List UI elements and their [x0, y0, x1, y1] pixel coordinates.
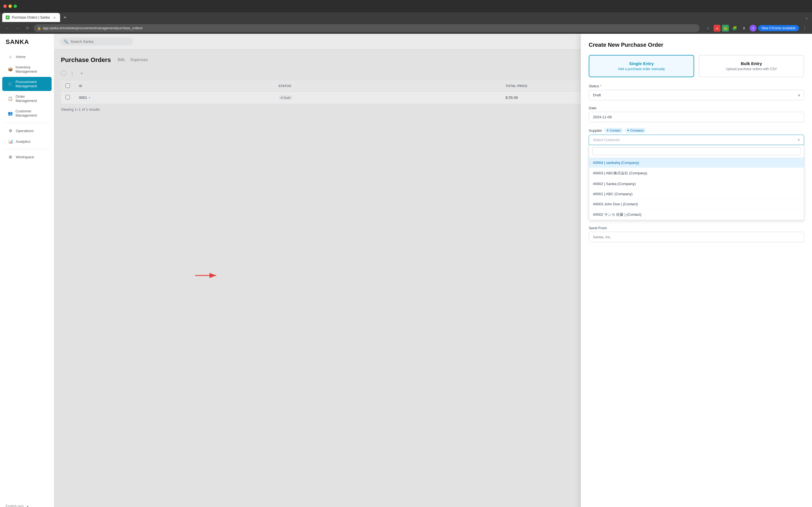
sidebar-item-label-procurement: Procurement Management — [15, 80, 46, 88]
dropdown-item-2[interactable]: #0003 | ABC株式会社 (Company) — [589, 168, 804, 179]
required-star: * — [600, 84, 602, 88]
dropdown-search — [589, 145, 804, 158]
sidebar-bottom: English (en) ▲ About Terms Privacy — [0, 502, 54, 507]
profile-avatar[interactable]: I — [750, 25, 756, 32]
arrow-svg — [195, 271, 220, 280]
bulk-entry-subtitle: Upload purchase orders with CSV — [705, 67, 798, 71]
status-label: Status * — [589, 84, 804, 88]
extensions-icon[interactable]: 🧩 — [730, 24, 739, 32]
bulk-entry-card[interactable]: Bulk Entry Upload purchase orders with C… — [699, 55, 804, 77]
sidebar-item-label-analytics: Analytics — [16, 139, 31, 144]
sidebar-item-workspace[interactable]: ⊞ Workspace — [2, 152, 52, 162]
sidebar-item-label-home: Home — [16, 55, 26, 59]
status-select[interactable]: Draft — [589, 90, 804, 100]
supplier-placeholder: Select Customer — [593, 138, 620, 142]
procurement-icon: 🛒 — [8, 82, 13, 86]
supplier-dropdown-trigger[interactable]: Select Customer ▾ — [589, 135, 804, 145]
back-button[interactable]: ← — [3, 24, 11, 32]
forward-button[interactable]: → — [13, 24, 21, 32]
modal-panel: Create New Purchase Order Single Entry A… — [581, 34, 812, 507]
chevron-up-icon: ▲ — [26, 504, 29, 507]
lock-icon: 🔒 — [37, 26, 41, 30]
address-bar[interactable]: 🔒 app.sanka.io/modules/procurementmanage… — [34, 24, 700, 32]
address-bar-row: ← → ↻ 🔒 app.sanka.io/modules/procurement… — [0, 22, 812, 34]
order-icon: 📋 — [8, 96, 13, 101]
sidebar-item-inventory[interactable]: 📦 Inventory Management — [2, 62, 52, 76]
single-entry-title: Single Entry — [595, 61, 688, 66]
sidebar-divider — [4, 123, 49, 123]
download-icon[interactable]: ⬇ — [740, 24, 748, 32]
status-field: Status * Draft — [589, 84, 804, 100]
menu-icon[interactable]: ⋮ — [801, 24, 809, 32]
new-tab-button[interactable]: + — [61, 13, 69, 21]
sidebar-item-analytics[interactable]: 📊 Analytics — [2, 136, 52, 147]
date-field: Date 2024-11-09 — [589, 106, 804, 122]
entry-type-row: Single Entry Add a purchase order manual… — [589, 55, 804, 77]
home-icon: ⌂ — [8, 54, 13, 59]
sidebar-item-label-inventory: Inventory Management — [15, 65, 46, 73]
modal-overlay: Create New Purchase Order Single Entry A… — [54, 34, 812, 507]
sidebar-item-order[interactable]: 📋 Order Management — [2, 92, 52, 106]
browser-toolbar-right: ☆ ♦ 🐸 🧩 ⬇ I New Chrome available ⋮ — [704, 24, 809, 32]
sidebar-item-label-order: Order Management — [15, 94, 46, 103]
tab-favicon: S — [6, 15, 10, 19]
modal-title: Create New Purchase Order — [589, 42, 804, 48]
operations-icon: ⚙ — [8, 128, 13, 133]
tab-title: Purchase Orders | Sanka — [12, 15, 50, 19]
reload-button[interactable]: ↻ — [24, 24, 32, 32]
sidebar-item-label-workspace: Workspace — [16, 155, 34, 159]
contact-tag[interactable]: + Contact — [605, 128, 623, 133]
dropdown-item-5[interactable]: #0003 John Doe | (Contact) — [589, 199, 804, 209]
dropdown-chevron-icon: ▾ — [798, 138, 800, 142]
sidebar-item-procurement[interactable]: 🛒 Procurement Management — [2, 77, 52, 91]
dropdown-search-input[interactable] — [592, 147, 801, 155]
inventory-icon: 📦 — [8, 67, 13, 71]
chrome-update-button[interactable]: New Chrome available — [758, 25, 799, 31]
workspace-icon: ⊞ — [8, 155, 13, 159]
single-entry-card[interactable]: Single Entry Add a purchase order manual… — [589, 55, 694, 77]
language-label: English (en) — [6, 504, 24, 507]
dropdown-item-1[interactable]: #0004 | sankahq (Company) — [589, 158, 804, 168]
browser-tab[interactable]: S Purchase Orders | Sanka ✕ — [2, 13, 60, 22]
extension-icon-2[interactable]: 🐸 — [722, 25, 729, 32]
address-text: app.sanka.io/modules/procurementmanageme… — [43, 26, 143, 30]
sidebar-divider-2 — [4, 149, 49, 149]
dropdown-item-4[interactable]: #0001 | ABC (Company) — [589, 189, 804, 199]
sidebar-item-customer[interactable]: 👥 Customer Management — [2, 106, 52, 120]
main-content: 🔍 Purchase Orders Bills Expenses ⋮ + — [54, 34, 812, 507]
sidebar-item-label-operations: Operations — [16, 129, 34, 133]
analytics-icon: 📊 — [8, 139, 13, 144]
tab-close-button[interactable]: ✕ — [52, 15, 57, 20]
supplier-label-row: Supplier + Contact + Company — [589, 128, 804, 133]
dropdown-item-6[interactable]: #0002 サンカ 佐藤 | (Contact) — [589, 209, 804, 220]
tab-list-button[interactable]: ⌄ — [803, 14, 810, 21]
send-from-field: Send From — [589, 226, 804, 242]
sidebar: SANKA ⌂ Home 📦 Inventory Management 🛒 Pr… — [0, 34, 54, 507]
single-entry-subtitle: Add a purchase order manually — [595, 67, 688, 71]
browser-tab-bar: S Purchase Orders | Sanka ✕ + ⌄ — [0, 12, 812, 22]
customer-icon: 👥 — [8, 111, 13, 115]
sidebar-item-label-customer: Customer Management — [15, 109, 46, 117]
bulk-entry-title: Bulk Entry — [705, 61, 798, 66]
supplier-label: Supplier — [589, 128, 602, 133]
send-from-label: Send From — [589, 226, 804, 230]
supplier-dropdown: Select Customer ▾ #0004 | sankahq (Compa… — [589, 135, 804, 220]
company-tag[interactable]: + Company — [625, 128, 646, 133]
date-label: Date — [589, 106, 804, 110]
dropdown-item-3[interactable]: #0002 | Sanka (Company) — [589, 179, 804, 189]
status-select-wrapper: Draft — [589, 90, 804, 100]
browser-chrome — [0, 0, 812, 12]
date-input[interactable]: 2024-11-09 — [589, 112, 804, 122]
language-selector[interactable]: English (en) ▲ — [4, 502, 49, 507]
supplier-field: Supplier + Contact + Company Select Cust… — [589, 128, 804, 220]
arrow-indicator — [195, 271, 220, 281]
app-layout: SANKA ⌂ Home 📦 Inventory Management 🛒 Pr… — [0, 34, 812, 507]
sidebar-item-operations[interactable]: ⚙ Operations — [2, 126, 52, 136]
extension-icon-1[interactable]: ♦ — [714, 25, 720, 32]
send-from-input[interactable] — [589, 232, 804, 242]
bookmark-icon[interactable]: ☆ — [704, 24, 712, 32]
supplier-dropdown-list: #0004 | sankahq (Company) #0003 | ABC株式会… — [589, 145, 804, 220]
sidebar-item-home[interactable]: ⌂ Home — [2, 52, 52, 62]
sidebar-logo: SANKA — [0, 38, 54, 51]
